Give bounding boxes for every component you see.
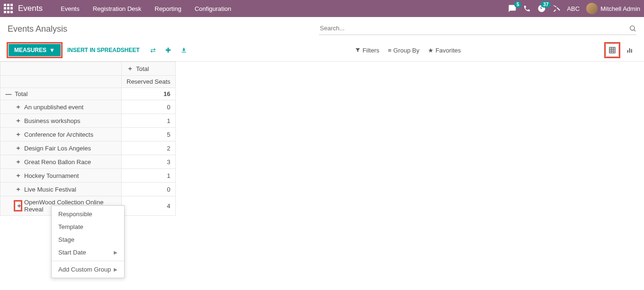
empty-corner-2 [0,76,122,88]
plus-icon[interactable]: ＋ [127,64,133,73]
svg-line-1 [634,30,635,31]
user-name: Mitchell Admin [600,5,640,12]
plus-icon[interactable]: ＋ [15,171,21,180]
star-icon: ★ [428,47,434,54]
filters-button[interactable]: Filters [355,47,379,54]
measures-button[interactable]: MEASURES ▼ [9,44,61,56]
plus-icon[interactable]: ＋ [15,103,21,111]
plus-icon[interactable]: ＋ [15,185,21,193]
nav-reporting[interactable]: Reporting [148,0,188,17]
nav-configuration[interactable]: Configuration [188,0,238,17]
apps-icon[interactable] [4,4,13,13]
table-row[interactable]: ＋Business workshops [0,114,122,128]
toolbar: MEASURES ▼ INSERT IN SPREADSHEET ⇄ ✚ Fil… [0,39,644,62]
search-input[interactable] [319,23,629,34]
row-total[interactable]: —Total [0,88,122,100]
table-row[interactable]: ＋Design Fair Los Angeles [0,141,122,155]
brand-label: Events [18,4,43,13]
page-title: Events Analysis [8,24,67,34]
nav-events[interactable]: Events [54,0,86,17]
download-icon[interactable] [176,44,192,56]
view-switch [605,43,636,57]
pivot-table: ＋Total Reserved Seats —Total 16 ＋An unpu… [0,62,176,216]
flip-axis-icon[interactable]: ⇄ [145,44,161,57]
messages-icon[interactable]: 5 [508,4,517,13]
messages-badge: 5 [514,1,522,8]
clock-badge: 37 [541,1,551,8]
group-by-button[interactable]: ≡ Group By [388,47,420,54]
svg-point-0 [630,26,635,30]
company-label[interactable]: ABC [567,5,580,12]
list-icon: ≡ [388,47,392,54]
table-row[interactable]: ＋Great Reno Ballon Race [0,155,122,169]
table-row[interactable]: ＋An unpublished event [0,100,122,114]
empty-corner [0,62,122,76]
phone-icon[interactable] [523,5,531,12]
measures-label: MEASURES [14,47,46,53]
subheader: Events Analysis [0,17,644,39]
col-total-header[interactable]: ＋Total [122,62,176,76]
svg-rect-2 [609,47,615,53]
svg-rect-9 [631,49,632,53]
row-total-value[interactable]: 16 [122,88,176,100]
groupby-dropdown: Responsible Template Stage Start Date ▶ … [51,205,125,216]
table-row[interactable]: ＋Conference for Architects [0,128,122,141]
pivot-view-button[interactable] [606,44,619,57]
topbar: Events Events Registration Desk Reportin… [0,0,644,17]
plus-icon[interactable]: ＋ [15,201,21,211]
search-icon[interactable] [629,25,636,32]
clock-icon[interactable]: 37 [537,4,546,13]
plus-icon[interactable]: ＋ [15,130,21,139]
plus-icon[interactable]: ＋ [15,116,21,125]
caret-down-icon: ▼ [49,47,55,53]
table-row[interactable]: ＋Hockey Tournament [0,169,122,183]
expand-all-icon[interactable]: ✚ [161,44,176,57]
search-wrap [319,23,636,35]
svg-rect-8 [629,48,630,53]
user-menu[interactable]: Mitchell Admin [586,3,640,14]
favorites-button[interactable]: ★ Favorites [428,47,461,54]
svg-rect-7 [627,50,628,53]
table-row[interactable]: ＋Live Music Festival [0,183,122,196]
filter-group: Filters ≡ Group By ★ Favorites [336,47,461,54]
nav-registration-desk[interactable]: Registration Desk [86,0,148,17]
minus-icon[interactable]: — [5,90,12,97]
avatar [586,3,598,14]
graph-view-button[interactable] [623,44,636,57]
tools-icon[interactable] [553,5,560,12]
plus-icon[interactable]: ＋ [15,144,21,152]
topbar-right: 5 37 ABC Mitchell Admin [508,3,640,14]
plus-icon[interactable]: ＋ [15,158,21,166]
insert-spreadsheet-button[interactable]: INSERT IN SPREADSHEET [62,44,145,56]
measure-header: Reserved Seats [122,76,176,88]
dropdown-item-responsible[interactable]: Responsible [52,208,124,216]
